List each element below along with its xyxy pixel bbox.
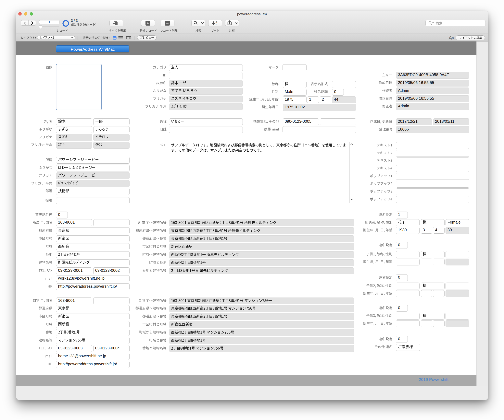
- svg-text:z: z: [216, 23, 217, 26]
